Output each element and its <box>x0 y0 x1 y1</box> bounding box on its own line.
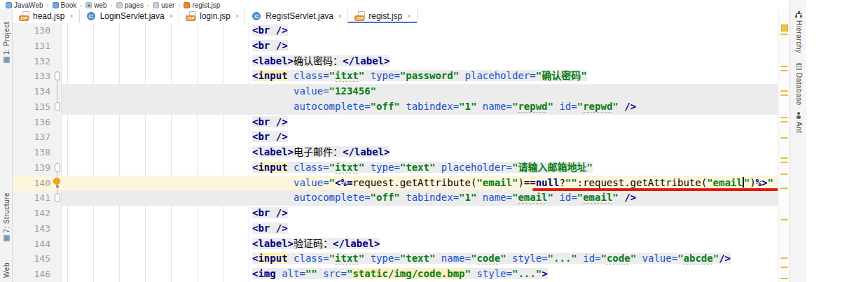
warning-stripe-mark[interactable] <box>780 66 788 67</box>
code-token: class <box>294 70 323 81</box>
tab-close-icon[interactable]: × <box>235 13 239 20</box>
code-line[interactable]: 137<br /> <box>13 129 778 145</box>
code-token: = <box>507 192 512 203</box>
tool-button-hierarchy[interactable]: Hierarchy <box>790 11 807 53</box>
code-editor[interactable]: 130<br />131<br />132<label>确认密码：</label… <box>13 23 778 282</box>
warning-stripe-mark[interactable] <box>780 121 788 122</box>
code-token: = <box>453 101 459 112</box>
warning-stripe-mark[interactable] <box>780 278 788 279</box>
code-line[interactable]: 142<br /> <box>13 206 778 221</box>
code-line[interactable]: 135 autocomplete="off" tabindex="1" name… <box>13 99 778 115</box>
tool-button-ant[interactable]: Ant <box>790 112 807 134</box>
warning-stripe-mark[interactable] <box>780 188 788 189</box>
code-token: : <box>577 177 583 188</box>
tab-login-jsp[interactable]: JSPlogin.jsp× <box>179 9 245 23</box>
jsp-badge: JSP <box>19 15 29 21</box>
line-number: 135 <box>13 99 50 115</box>
warning-stripe-mark[interactable] <box>780 258 788 259</box>
breadcrumb-item-pages[interactable]: pages <box>116 1 144 9</box>
code-text: autocomplete="off" tabindex="1" name="re… <box>252 99 636 115</box>
code-line[interactable]: 131<br /> <box>13 38 778 54</box>
code-token <box>252 85 294 97</box>
code-token: "123456" <box>329 85 376 97</box>
jsp-file-icon: JSP <box>19 11 29 21</box>
tool-button-web[interactable]: Web <box>0 262 13 278</box>
code-token: " <box>500 253 506 264</box>
code-token: code <box>476 253 500 264</box>
code-line[interactable]: 136<br /> <box>13 115 778 130</box>
breadcrumb-label: user <box>161 1 174 9</box>
code-token <box>435 162 441 173</box>
fold-marker-bottom[interactable] <box>55 102 60 111</box>
code-line[interactable]: 144<label>验证码：</label> <box>13 237 778 252</box>
tab-regist-jsp[interactable]: JSPregist.jsp× <box>348 9 417 23</box>
error-stripe-scrollbar[interactable] <box>778 9 790 282</box>
code-token: value <box>294 177 323 188</box>
breadcrumb-item-regist-jsp[interactable]: regist.jsp <box>184 1 220 9</box>
warning-stripe-mark[interactable] <box>780 90 788 92</box>
code-line[interactable]: 146<img alt="" src="static/img/code.bmp"… <box>13 267 778 282</box>
code-token: = <box>507 268 512 279</box>
warning-stripe-mark[interactable] <box>780 70 788 71</box>
code-token: "off" <box>371 101 400 112</box>
code-token: <label> <box>252 238 294 249</box>
tab-head-jsp[interactable]: JSPhead.jsp× <box>13 9 80 23</box>
code-token: abcde <box>684 253 713 264</box>
code-line[interactable]: 132<label>确认密码：</label> <box>13 54 778 69</box>
warning-stripe-mark[interactable] <box>780 162 788 163</box>
breadcrumb-item-web[interactable]: web <box>85 1 106 9</box>
warning-stripe-mark[interactable] <box>780 174 788 175</box>
warning-stripe-mark[interactable] <box>780 137 788 139</box>
tab-close-icon[interactable]: × <box>170 13 173 20</box>
code-line[interactable]: 143<br /> <box>13 221 778 237</box>
annotation-red-underline <box>532 188 778 191</box>
tab-close-icon[interactable]: × <box>407 13 411 20</box>
code-line[interactable]: 138<label>电子邮件：</label> <box>13 145 778 160</box>
breadcrumb-item-javaweb[interactable]: JavaWeb <box>6 1 43 9</box>
line-number: 133 <box>13 69 50 84</box>
code-line[interactable]: 133<input class="itxt" type="password" p… <box>13 69 778 84</box>
inspections-status-square[interactable] <box>781 24 788 31</box>
code-token: " <box>577 192 583 203</box>
tool-button-database[interactable]: Database <box>790 63 807 106</box>
fold-marker-top[interactable] <box>55 163 60 172</box>
tab-LoginServlet-java[interactable]: CLoginServlet.java× <box>80 9 179 23</box>
code-token: <br /> <box>252 24 288 36</box>
code-token: = <box>672 253 677 264</box>
code-line[interactable]: 139<input class="itxt" type="text" place… <box>13 160 778 176</box>
code-token: tabindex <box>406 192 453 203</box>
project-icon <box>6 2 12 8</box>
code-line[interactable]: 145<input class="itxt" type="text" name=… <box>13 251 778 267</box>
breadcrumb-separator: › <box>147 2 149 9</box>
fold-marker-bottom[interactable] <box>55 193 60 202</box>
warning-stripe-mark[interactable] <box>780 117 788 118</box>
code-token: "email" <box>476 177 518 188</box>
breadcrumb-separator: › <box>80 2 82 9</box>
fold-marker-top[interactable] <box>55 71 60 80</box>
tool-button-label: Web <box>3 262 11 278</box>
code-token <box>400 101 406 112</box>
code-text: <br /> <box>252 206 288 221</box>
code-token: src <box>323 268 340 279</box>
code-token: = <box>323 85 329 97</box>
code-token <box>364 70 370 81</box>
warning-stripe-mark[interactable] <box>780 157 788 159</box>
warning-stripe-mark[interactable] <box>780 219 788 220</box>
warning-stripe-mark[interactable] <box>780 94 788 96</box>
tool-button-7-structure[interactable]: 7: Structure <box>0 192 13 241</box>
code-line[interactable]: 130<br /> <box>13 23 778 38</box>
code-line[interactable]: 134 value="123456" <box>13 84 778 99</box>
breadcrumb-item-user[interactable]: user <box>153 1 174 9</box>
tab-RegistServlet-java[interactable]: CRegistServlet.java× <box>245 9 348 23</box>
code-line[interactable]: 141 autocomplete="off" tabindex="1" name… <box>13 190 778 206</box>
tool-button-1-project[interactable]: 1: Project <box>0 22 13 63</box>
tab-close-icon[interactable]: × <box>338 13 342 20</box>
warning-stripe-mark[interactable] <box>780 267 788 268</box>
tab-close-icon[interactable]: × <box>69 13 73 20</box>
breadcrumb-item-book[interactable]: Book <box>53 1 77 9</box>
warning-stripe-mark[interactable] <box>780 34 788 35</box>
code-token: id <box>559 192 571 203</box>
code-text: <br /> <box>252 129 288 145</box>
code-token: = <box>323 162 329 173</box>
intention-lightbulb-icon[interactable] <box>53 178 60 185</box>
